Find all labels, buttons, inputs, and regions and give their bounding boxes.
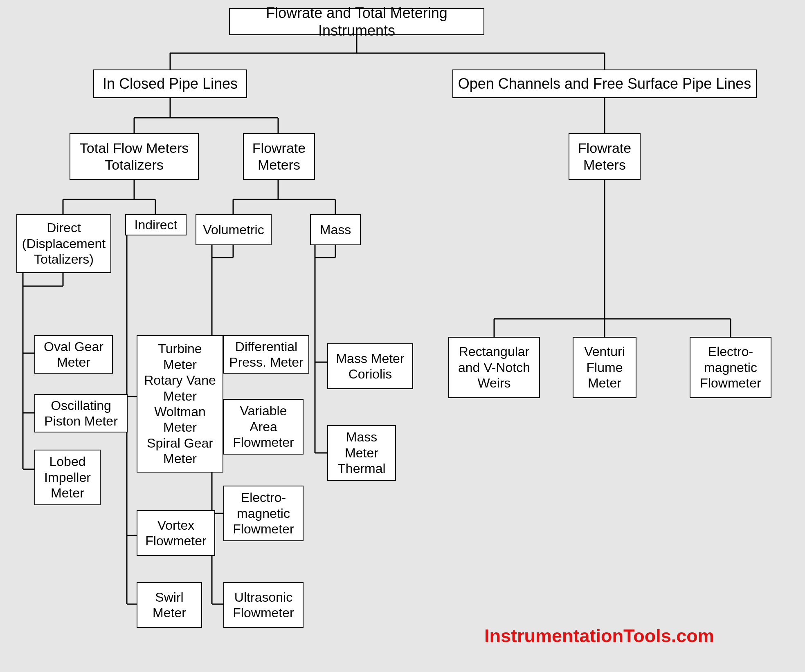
leaf-thermal: Mass Meter Thermal bbox=[327, 425, 396, 481]
leaf-diff-press-label: Differential Press. Meter bbox=[229, 339, 303, 370]
watermark-label: InstrumentationTools.com bbox=[484, 625, 714, 646]
node-volumetric-label: Volumetric bbox=[203, 222, 264, 237]
node-total-flow: Total Flow Meters Totalizers bbox=[70, 133, 199, 180]
node-direct: Direct (Displacement Totalizers) bbox=[16, 214, 111, 273]
node-closed-pipe: In Closed Pipe Lines bbox=[93, 69, 247, 98]
leaf-em-flowmeter-closed: Electro- magnetic Flowmeter bbox=[223, 486, 304, 541]
leaf-coriolis: Mass Meter Coriolis bbox=[327, 343, 413, 389]
leaf-swirl-label: Swirl Meter bbox=[153, 589, 186, 621]
leaf-em-flowmeter-open-label: Electro- magnetic Flowmeter bbox=[700, 344, 761, 391]
node-mass-label: Mass bbox=[320, 222, 351, 237]
node-closed-pipe-label: In Closed Pipe Lines bbox=[103, 75, 238, 92]
leaf-va-flowmeter: Variable Area Flowmeter bbox=[223, 399, 304, 455]
leaf-indirect-group: Turbine Meter Rotary Vane Meter Woltman … bbox=[137, 335, 223, 473]
node-flowrate-open: Flowrate Meters bbox=[569, 133, 641, 180]
leaf-lobed-impeller: Lobed Impeller Meter bbox=[34, 450, 101, 505]
watermark: InstrumentationTools.com bbox=[484, 625, 714, 647]
leaf-oval-gear: Oval Gear Meter bbox=[34, 335, 113, 374]
leaf-oscillating-piston-label: Oscillating Piston Meter bbox=[44, 398, 118, 429]
leaf-weirs-label: Rectangular and V-Notch Weirs bbox=[458, 344, 530, 391]
leaf-coriolis-label: Mass Meter Coriolis bbox=[336, 351, 404, 382]
leaf-em-flowmeter-closed-label: Electro- magnetic Flowmeter bbox=[233, 490, 294, 537]
node-flowrate-closed: Flowrate Meters bbox=[243, 133, 315, 180]
connector-lines bbox=[0, 0, 805, 672]
node-open-channels: Open Channels and Free Surface Pipe Line… bbox=[452, 69, 757, 98]
leaf-ultrasonic: Ultrasonic Flowmeter bbox=[223, 582, 304, 628]
node-flowrate-closed-label: Flowrate Meters bbox=[252, 140, 306, 173]
node-mass: Mass bbox=[310, 214, 361, 245]
leaf-indirect-group-label: Turbine Meter Rotary Vane Meter Woltman … bbox=[144, 341, 216, 466]
leaf-lobed-impeller-label: Lobed Impeller Meter bbox=[44, 454, 91, 501]
leaf-weirs: Rectangular and V-Notch Weirs bbox=[448, 337, 540, 398]
leaf-vortex: Vortex Flowmeter bbox=[137, 510, 215, 556]
leaf-vortex-label: Vortex Flowmeter bbox=[145, 517, 206, 549]
node-open-channels-label: Open Channels and Free Surface Pipe Line… bbox=[458, 75, 751, 92]
node-direct-label: Direct (Displacement Totalizers) bbox=[22, 220, 106, 267]
node-total-flow-label: Total Flow Meters Totalizers bbox=[80, 140, 189, 173]
leaf-va-flowmeter-label: Variable Area Flowmeter bbox=[233, 403, 294, 450]
node-root: Flowrate and Total Metering Instruments bbox=[229, 8, 484, 35]
node-indirect-label: Indirect bbox=[135, 217, 178, 233]
node-root-label: Flowrate and Total Metering Instruments bbox=[234, 4, 479, 39]
leaf-swirl: Swirl Meter bbox=[137, 582, 202, 628]
leaf-oval-gear-label: Oval Gear Meter bbox=[44, 339, 103, 370]
leaf-em-flowmeter-open: Electro- magnetic Flowmeter bbox=[690, 337, 771, 398]
leaf-diff-press: Differential Press. Meter bbox=[223, 335, 309, 374]
node-indirect: Indirect bbox=[125, 214, 187, 235]
leaf-oscillating-piston: Oscillating Piston Meter bbox=[34, 394, 128, 432]
node-flowrate-open-label: Flowrate Meters bbox=[578, 140, 631, 173]
leaf-thermal-label: Mass Meter Thermal bbox=[337, 429, 385, 476]
leaf-ultrasonic-label: Ultrasonic Flowmeter bbox=[233, 589, 294, 621]
leaf-venturi-flume-label: Venturi Flume Meter bbox=[584, 344, 625, 391]
node-volumetric: Volumetric bbox=[196, 214, 272, 245]
leaf-venturi-flume: Venturi Flume Meter bbox=[573, 337, 636, 398]
